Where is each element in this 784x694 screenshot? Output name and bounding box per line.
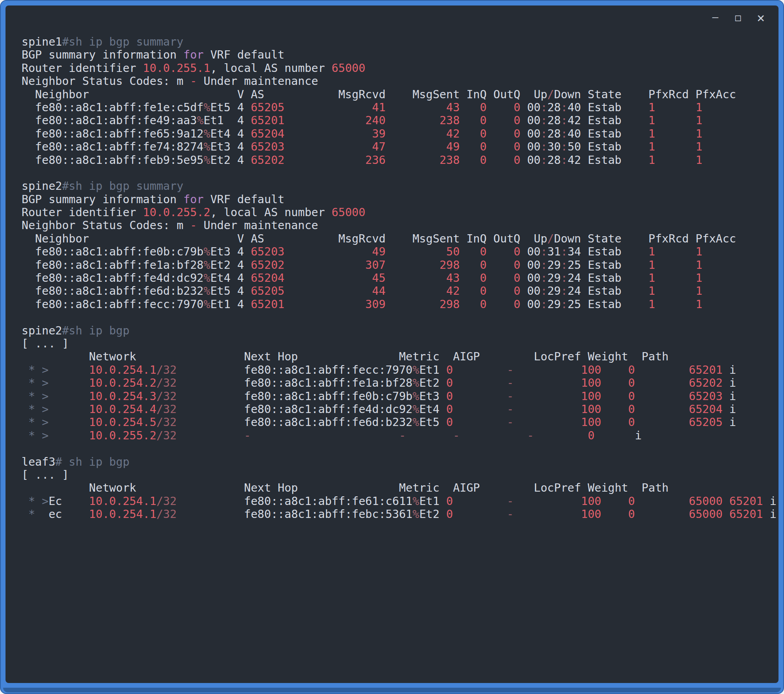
terminal-line: Network Next Hop Metric AIGP LocPref Wei… — [22, 350, 775, 363]
terminal-line: BGP summary information for VRF default — [22, 48, 775, 61]
terminal-line: * > 10.0.254.4/32 fe80::a8c1:abff:fe4d:d… — [22, 403, 775, 416]
terminal-line: spine2#sh ip bgp — [22, 324, 775, 337]
terminal-line: fe80::a8c1:abff:fe0b:c79b%Et3 4 65203 49… — [22, 245, 775, 258]
terminal-line: fe80::a8c1:abff:fecc:7970%Et1 4 65201 30… — [22, 298, 775, 311]
terminal-line: * >Ec 10.0.254.1/32 fe80::a8c1:abff:fe61… — [22, 495, 775, 508]
terminal-line: fe80::a8c1:abff:fe6d:b232%Et5 4 65205 44… — [22, 285, 775, 297]
terminal-line — [22, 167, 775, 180]
terminal-line — [22, 442, 775, 455]
terminal-line: fe80::a8c1:abff:fe49:aa3%Et1 4 65201 240… — [22, 114, 775, 127]
terminal-line: leaf3# sh ip bgp — [22, 455, 775, 468]
terminal-line: spine2#sh ip bgp summary — [22, 180, 775, 193]
terminal-line: fe80::a8c1:abff:fe74:8274%Et3 4 65203 47… — [22, 140, 775, 153]
terminal-line: Network Next Hop Metric AIGP LocPref Wei… — [22, 481, 775, 494]
terminal-line: Router identifier 10.0.255.2, local AS n… — [22, 206, 775, 219]
terminal-line: * > 10.0.254.5/32 fe80::a8c1:abff:fe6d:b… — [22, 416, 775, 429]
terminal-line: Neighbor V AS MsgRcvd MsgSent InQ OutQ U… — [22, 88, 775, 101]
terminal-line: Neighbor Status Codes: m - Under mainten… — [22, 219, 775, 232]
terminal-line — [22, 311, 775, 324]
terminal-line: [ ... ] — [22, 337, 775, 350]
window-frame: — □ × spine1#sh ip bgp summaryBGP summar… — [0, 0, 784, 694]
terminal-line: * ec 10.0.254.1/32 fe80::a8c1:abff:febc:… — [22, 508, 775, 521]
terminal-line: [ ... ] — [22, 468, 775, 481]
terminal-line: fe80::a8c1:abff:fe4d:dc92%Et4 4 65204 45… — [22, 272, 775, 285]
minimize-button[interactable]: — — [709, 13, 721, 23]
terminal-window: — □ × spine1#sh ip bgp summaryBGP summar… — [5, 6, 779, 683]
terminal-line: * > 10.0.254.2/32 fe80::a8c1:abff:fe1a:b… — [22, 376, 775, 389]
terminal-line: * > 10.0.255.2/32 - - - - 0 i — [22, 429, 775, 442]
terminal-line: Router identifier 10.0.255.1, local AS n… — [22, 62, 775, 75]
titlebar[interactable]: — □ × — [5, 6, 779, 30]
terminal-line: spine1#sh ip bgp summary — [22, 35, 775, 48]
maximize-icon: □ — [735, 13, 741, 22]
terminal-line: fe80::a8c1:abff:fe65:9a12%Et4 4 65204 39… — [22, 127, 775, 140]
close-button[interactable]: × — [755, 11, 767, 24]
terminal-line: Neighbor V AS MsgRcvd MsgSent InQ OutQ U… — [22, 232, 775, 245]
terminal-line: fe80::a8c1:abff:fe1a:bf28%Et2 4 65202 30… — [22, 259, 775, 272]
maximize-button[interactable]: □ — [732, 13, 744, 22]
terminal-line: * > 10.0.254.3/32 fe80::a8c1:abff:fe0b:c… — [22, 390, 775, 403]
terminal[interactable]: spine1#sh ip bgp summaryBGP summary info… — [5, 30, 779, 683]
terminal-line: BGP summary information for VRF default — [22, 193, 775, 206]
terminal-line: fe80::a8c1:abff:fe1e:c5df%Et5 4 65205 41… — [22, 101, 775, 114]
terminal-line: Neighbor Status Codes: m - Under mainten… — [22, 75, 775, 88]
terminal-line: * > 10.0.254.1/32 fe80::a8c1:abff:fecc:7… — [22, 364, 775, 376]
close-icon: × — [757, 11, 765, 24]
minimize-icon: — — [712, 12, 718, 22]
terminal-line: fe80::a8c1:abff:feb9:5e95%Et2 4 65202 23… — [22, 154, 775, 167]
